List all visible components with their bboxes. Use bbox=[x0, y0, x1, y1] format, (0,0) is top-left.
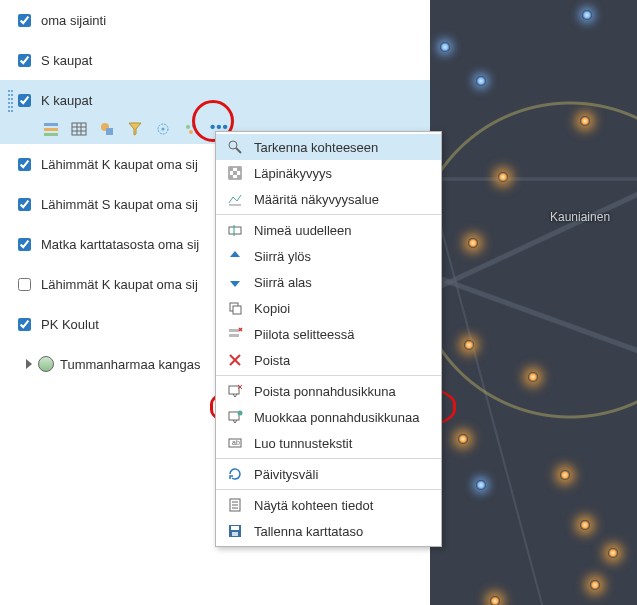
menu-item-label: Piilota selitteessä bbox=[254, 327, 431, 342]
svg-rect-2 bbox=[44, 133, 58, 136]
map-point[interactable] bbox=[580, 520, 590, 530]
menu-item-label: Määritä näkyvyysalue bbox=[254, 192, 431, 207]
svg-rect-18 bbox=[229, 167, 233, 171]
menu-item-movedown[interactable]: Siirrä alas bbox=[216, 269, 441, 295]
copy-icon bbox=[226, 299, 244, 317]
filter-icon[interactable] bbox=[126, 120, 144, 138]
popup-edit-icon bbox=[226, 408, 244, 426]
map-point[interactable] bbox=[560, 470, 570, 480]
layer-label: Matka karttatasosta oma sij bbox=[41, 237, 199, 252]
style-icon[interactable] bbox=[98, 120, 116, 138]
map-point[interactable] bbox=[608, 548, 618, 558]
svg-rect-19 bbox=[237, 167, 241, 171]
menu-item-removepopup[interactable]: Poista ponnahdusikkuna bbox=[216, 378, 441, 404]
refresh-icon bbox=[226, 465, 244, 483]
layer-label: Lähimmät S kaupat oma sij bbox=[41, 197, 198, 212]
layer-checkbox[interactable] bbox=[18, 158, 31, 171]
menu-item-zoom[interactable]: Tarkenna kohteeseen bbox=[216, 134, 441, 160]
menu-item-label: Luo tunnustekstit bbox=[254, 436, 431, 451]
menu-item-details[interactable]: Näytä kohteen tiedot bbox=[216, 492, 441, 518]
svg-rect-37 bbox=[229, 412, 239, 420]
legend-icon[interactable] bbox=[42, 120, 60, 138]
context-menu: Tarkenna kohteeseenLäpinäkyvyysMääritä n… bbox=[215, 131, 442, 547]
menu-item-label: Muokkaa ponnahdusikkunaa bbox=[254, 410, 431, 425]
map-point[interactable] bbox=[582, 10, 592, 20]
range-icon bbox=[226, 190, 244, 208]
menu-item-transparency[interactable]: Läpinäkyvyys bbox=[216, 160, 441, 186]
svg-point-38 bbox=[238, 411, 243, 416]
details-icon bbox=[226, 496, 244, 514]
menu-item-label: Näytä kohteen tiedot bbox=[254, 498, 431, 513]
menu-item-label: Siirrä alas bbox=[254, 275, 431, 290]
map-point[interactable] bbox=[490, 596, 500, 605]
save-icon bbox=[226, 522, 244, 540]
svg-rect-34 bbox=[229, 386, 239, 394]
layer-checkbox[interactable] bbox=[18, 94, 31, 107]
svg-rect-0 bbox=[44, 123, 58, 126]
map-point[interactable] bbox=[528, 372, 538, 382]
svg-rect-1 bbox=[44, 128, 58, 131]
down-icon bbox=[226, 273, 244, 291]
map-point[interactable] bbox=[440, 42, 450, 52]
menu-item-label: Tarkenna kohteeseen bbox=[254, 140, 431, 155]
menu-item-label: Siirrä ylös bbox=[254, 249, 431, 264]
cluster-icon[interactable] bbox=[182, 120, 200, 138]
menu-item-label: Päivitysväli bbox=[254, 467, 431, 482]
layer-checkbox[interactable] bbox=[18, 278, 31, 291]
menu-item-save[interactable]: Tallenna karttataso bbox=[216, 518, 441, 544]
layer-checkbox[interactable] bbox=[18, 238, 31, 251]
svg-rect-9 bbox=[106, 128, 113, 135]
menu-item-visibility[interactable]: Määritä näkyvyysalue bbox=[216, 186, 441, 212]
analysis-icon[interactable] bbox=[154, 120, 172, 138]
transparency-icon bbox=[226, 164, 244, 182]
svg-rect-24 bbox=[229, 227, 241, 234]
drag-handle[interactable] bbox=[8, 88, 14, 112]
menu-item-rename[interactable]: Nimeä uudelleen bbox=[216, 217, 441, 243]
svg-point-11 bbox=[162, 128, 165, 131]
svg-point-15 bbox=[229, 141, 237, 149]
map-point[interactable] bbox=[458, 434, 468, 444]
table-icon[interactable] bbox=[70, 120, 88, 138]
menu-item-createlabels[interactable]: abLuo tunnustekstit bbox=[216, 430, 441, 456]
layer-checkbox[interactable] bbox=[18, 14, 31, 27]
layer-checkbox[interactable] bbox=[18, 54, 31, 67]
layer-checkbox[interactable] bbox=[18, 318, 31, 331]
map-point[interactable] bbox=[580, 116, 590, 126]
svg-line-16 bbox=[236, 148, 241, 153]
popup-x-icon bbox=[226, 382, 244, 400]
remove-icon bbox=[226, 351, 244, 369]
layer-label: oma sijainti bbox=[41, 13, 106, 28]
rename-icon bbox=[226, 221, 244, 239]
layer-label: PK Koulut bbox=[41, 317, 99, 332]
menu-item-label: Kopioi bbox=[254, 301, 431, 316]
map-canvas[interactable]: Kauniainen bbox=[430, 0, 637, 605]
map-point[interactable] bbox=[590, 580, 600, 590]
menu-item-moveup[interactable]: Siirrä ylös bbox=[216, 243, 441, 269]
svg-rect-22 bbox=[237, 175, 241, 179]
layer-row-k-kaupat[interactable]: K kaupat bbox=[0, 80, 430, 120]
layer-checkbox[interactable] bbox=[18, 198, 31, 211]
layer-row-s-kaupat[interactable]: S kaupat bbox=[0, 40, 430, 80]
menu-item-label: Tallenna karttataso bbox=[254, 524, 431, 539]
labels-icon: ab bbox=[226, 434, 244, 452]
layer-label: K kaupat bbox=[41, 93, 92, 108]
city-label: Kauniainen bbox=[550, 210, 610, 224]
map-point[interactable] bbox=[476, 480, 486, 490]
map-point[interactable] bbox=[476, 76, 486, 86]
svg-rect-3 bbox=[72, 123, 86, 135]
basemap-label: Tummanharmaa kangas bbox=[60, 357, 200, 372]
svg-point-14 bbox=[189, 130, 193, 134]
menu-item-editpopup[interactable]: Muokkaa ponnahdusikkunaa bbox=[216, 404, 441, 430]
map-point[interactable] bbox=[464, 340, 474, 350]
menu-item-remove[interactable]: Poista bbox=[216, 347, 441, 373]
menu-item-refresh[interactable]: Päivitysväli bbox=[216, 461, 441, 487]
svg-point-13 bbox=[192, 124, 196, 128]
map-point[interactable] bbox=[468, 238, 478, 248]
svg-rect-20 bbox=[233, 171, 237, 175]
menu-item-copy[interactable]: Kopioi bbox=[216, 295, 441, 321]
menu-item-label: Poista ponnahdusikkuna bbox=[254, 384, 431, 399]
map-point[interactable] bbox=[498, 172, 508, 182]
menu-item-label: Läpinäkyvyys bbox=[254, 166, 431, 181]
layer-row-oma-sijainti[interactable]: oma sijainti bbox=[0, 0, 430, 40]
menu-item-hidelegend[interactable]: Piilota selitteessä bbox=[216, 321, 441, 347]
